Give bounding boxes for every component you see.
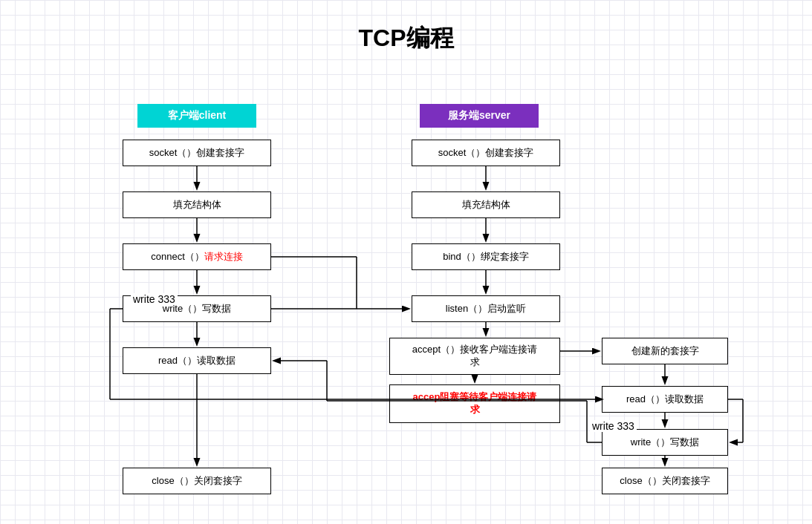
client-socket-box: socket（）创建套接字 — [123, 140, 271, 166]
right-read-box: read（）读取数据 — [602, 386, 728, 413]
client-close-box: close（）关闭套接字 — [123, 468, 271, 494]
server-accept-box: accept（）接收客户端连接请求 — [389, 338, 560, 375]
page-title: TCP编程 — [359, 22, 454, 55]
server-struct-box: 填充结构体 — [412, 191, 560, 218]
server-listen-box: listen（）启动监听 — [412, 295, 560, 322]
right-write-box: write（）写数据 — [602, 429, 728, 456]
client-struct-box: 填充结构体 — [123, 191, 271, 218]
client-read-box: read（）读取数据 — [123, 347, 271, 374]
client-connect-box: connect（）请求连接 — [123, 243, 271, 270]
right-new-socket-box: 创建新的套接字 — [602, 338, 728, 364]
write-333-client-label: write 333 — [131, 293, 178, 305]
server-label: 服务端server — [420, 104, 539, 128]
client-label: 客户端client — [137, 104, 256, 128]
main-container: TCP编程 客户端client 服务端server socket（）创建套接字 … — [0, 0, 812, 524]
server-socket-box: socket（）创建套接字 — [412, 140, 560, 166]
write-333-server-label: write 333 — [590, 420, 637, 432]
right-close-box: close（）关闭套接字 — [602, 468, 728, 494]
server-accept-block-box: accep阻塞等待客户端连接请求 — [389, 384, 560, 423]
server-bind-box: bind（）绑定套接字 — [412, 243, 560, 270]
